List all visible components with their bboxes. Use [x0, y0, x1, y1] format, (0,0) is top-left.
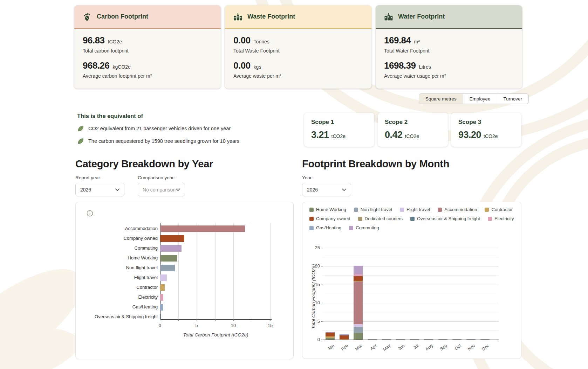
bar-flight-travel[interactable]: [160, 274, 167, 281]
scope-title: Scope 1: [311, 119, 367, 126]
toggle-turnover[interactable]: Turnover: [497, 93, 529, 104]
legend-label: Company owned: [316, 216, 350, 221]
legend-swatch: [309, 217, 314, 221]
stack-segment-home-working[interactable]: [326, 338, 335, 340]
legend-item-contractor[interactable]: Contractor: [485, 207, 513, 212]
recycling-bins-icon: [233, 12, 242, 21]
legend-item-overseas-air-shipping-freight[interactable]: Overseas air & Shipping freight: [410, 216, 480, 221]
stack-segment-non-flight-travel[interactable]: [438, 339, 447, 340]
comparison-year-select[interactable]: No comparison: [138, 183, 185, 196]
stack-segment-gas-heating[interactable]: [340, 335, 349, 335]
y-axis-title: Total Carbon Footprint (tCO2e): [311, 264, 316, 329]
monthly-chart-card: Home WorkingNon flight travelFlight trav…: [302, 202, 521, 359]
stack-segment-company-owned[interactable]: [340, 335, 349, 339]
waste-metric-label: Average waste per m²: [233, 73, 363, 79]
toggle-square-metres[interactable]: Square metres: [419, 93, 463, 104]
category-label: Non flight travel: [78, 265, 158, 270]
stack-segment-non-flight-travel[interactable]: [368, 339, 377, 340]
bar-non-flight-travel[interactable]: [160, 265, 175, 271]
stack-segment-electricity[interactable]: [354, 274, 363, 276]
legend-item-flight-travel[interactable]: Flight travel: [400, 207, 430, 212]
gridline: [323, 275, 499, 276]
carbon-card-title: Carbon Footprint: [97, 13, 148, 20]
x-tick-label: 15: [268, 323, 273, 328]
stack-segment-accommodation[interactable]: [354, 281, 363, 324]
legend-item-commuting[interactable]: Commuting: [349, 225, 379, 230]
waste-metric: 0.00TonnesTotal Waste Footprint: [233, 35, 363, 54]
bar-electricity[interactable]: [160, 294, 163, 301]
report-year-select[interactable]: 2026: [75, 183, 124, 196]
legend-item-non-flight-travel[interactable]: Non flight travel: [354, 207, 392, 212]
stack-segment-non-flight-travel[interactable]: [452, 339, 461, 340]
stack-segment-home-working[interactable]: [354, 333, 363, 340]
stack-segment-non-flight-travel[interactable]: [480, 339, 490, 340]
stack-segment-company-owned[interactable]: [326, 333, 335, 336]
legend-swatch: [485, 208, 489, 212]
stack-segment-contractor[interactable]: [326, 336, 335, 338]
y-tick-mark: [321, 321, 323, 322]
legend-item-dedicated-couriers[interactable]: Dedicated couriers: [358, 216, 403, 221]
bar-home-working[interactable]: [160, 255, 177, 262]
stack-segment-contractor[interactable]: [340, 339, 349, 340]
year-select[interactable]: 2026: [302, 183, 351, 196]
legend-item-home-working[interactable]: Home Working: [309, 207, 346, 212]
comparison-year-label: Comparison year:: [138, 175, 185, 180]
year-value: 2026: [307, 187, 318, 193]
leaf-icon: [77, 125, 84, 132]
scope-unit: tCO2e: [405, 133, 419, 139]
stack-segment-non-flight-travel[interactable]: [410, 339, 419, 340]
water-metric-unit: m³: [414, 39, 420, 44]
waste-metric-unit: Tonnes: [254, 39, 269, 44]
equivalent-text: CO2 equivalent from 21 passenger vehicle…: [88, 126, 231, 131]
legend-label: Dedicated couriers: [365, 216, 403, 221]
stack-segment-flight-travel[interactable]: [354, 324, 363, 327]
report-year-value: 2026: [80, 187, 91, 193]
month-label: Mar: [348, 343, 363, 357]
stack-segment-commuting[interactable]: [340, 334, 349, 335]
waste-card-body: 0.00TonnesTotal Waste Footprint0.00kgsAv…: [225, 29, 371, 79]
stack-segment-non-flight-travel[interactable]: [424, 339, 433, 340]
recycling-bins-icon: [233, 12, 242, 21]
stack-segment-non-flight-travel[interactable]: [396, 339, 405, 340]
legend-item-company-owned[interactable]: Company owned: [309, 216, 350, 221]
bar-contractor[interactable]: [160, 284, 165, 291]
bar-commuting[interactable]: [160, 245, 182, 252]
scope-unit: tCO2e: [484, 133, 498, 139]
legend-row: Company ownedDedicated couriersOverseas …: [309, 216, 514, 221]
bar-overseas-air-shipping-freight[interactable]: [160, 314, 161, 320]
legend-item-gas-heating[interactable]: Gas/Heating: [309, 225, 341, 230]
legend-swatch: [309, 226, 314, 230]
category-label: Gas/Heating: [78, 304, 158, 309]
scope-1-card: Scope 13.21tCO2e: [304, 113, 374, 147]
bar-company-owned[interactable]: [160, 235, 184, 242]
gridline: [323, 285, 499, 285]
gridline: [323, 257, 499, 257]
stack-segment-commuting[interactable]: [354, 266, 363, 274]
stack-segment-commuting[interactable]: [326, 332, 335, 332]
month-label: May: [376, 343, 392, 357]
gridline: [252, 223, 252, 319]
x-axis-line: [323, 340, 499, 340]
stack-segment-contractor[interactable]: [354, 281, 363, 281]
gridline: [323, 303, 499, 303]
category-label: Electricity: [78, 294, 158, 300]
stack-segment-non-flight-travel[interactable]: [466, 339, 476, 340]
gridline: [323, 321, 499, 322]
carbon-metric-label: Total carbon footprint: [83, 48, 212, 54]
month-label: Feb: [334, 343, 349, 357]
bar-accommodation[interactable]: [160, 225, 245, 232]
legend-item-electricity[interactable]: Electricity: [488, 216, 514, 221]
eco-footprint-icon: [83, 12, 92, 21]
stack-segment-non-flight-travel[interactable]: [382, 339, 391, 340]
stack-segment-company-owned[interactable]: [354, 276, 363, 281]
stack-segment-gas-heating[interactable]: [326, 332, 335, 333]
chevron-down-icon: [342, 188, 346, 191]
legend-item-accommodation[interactable]: Accommodation: [438, 207, 477, 212]
carbon-metric: 968.26kgCO2eAverage carbon footprint per…: [83, 60, 212, 79]
toggle-employee[interactable]: Employee: [463, 93, 497, 104]
stack-segment-non-flight-travel[interactable]: [354, 327, 363, 333]
waste-metric-unit: kgs: [254, 64, 261, 70]
y-tick-mark: [321, 248, 323, 248]
bar-gas-heating[interactable]: [160, 304, 163, 311]
scope-3-card: Scope 393.20tCO2e: [451, 113, 521, 147]
